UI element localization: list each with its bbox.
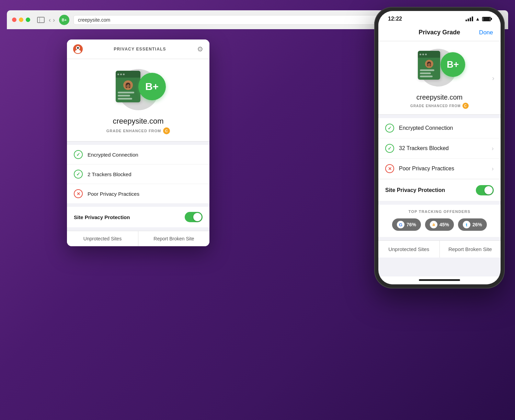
phone-items-section: Encrypted Connection 32 Trackers Blocked…: [378, 118, 501, 201]
browser-popup: PRIVACY ESSENTIALS ⚙ 👩🏾 B+ creepysite.co…: [67, 39, 209, 246]
nav-arrows: ‹ ›: [49, 17, 55, 23]
phone-frame: 12:22 ▲ Privacy Grade Done: [374, 7, 505, 288]
x-privacy-icon: [74, 189, 83, 198]
protection-toggle[interactable]: [185, 212, 203, 222]
grade-illustration: 👩🏾 B+: [111, 67, 166, 112]
phone-unprotected-sites-button[interactable]: Unprotected Sites: [378, 241, 440, 258]
phone-protection-label: Site Privacy Protection: [385, 187, 445, 193]
phone-nav-title: Privacy Grade: [419, 29, 460, 36]
phone-grade-illustration: 👩🏾 B+: [414, 48, 465, 89]
privacy-chevron-icon: ›: [492, 165, 494, 172]
phone-trackers-section: TOP TRACKING OFFENDERS G 76% a 45% t 26%: [378, 205, 501, 237]
tracker-twitter[interactable]: t 26%: [458, 218, 487, 231]
phone-status-icons: ▲: [466, 16, 491, 22]
phone-protection-toggle[interactable]: [476, 185, 494, 195]
wifi-icon: ▲: [475, 16, 480, 22]
close-button[interactable]: [12, 18, 16, 22]
webpage-avatar-icon: 👩🏾: [123, 80, 133, 90]
phone-item-privacy[interactable]: Poor Privacy Practices ›: [378, 159, 501, 179]
phone-footer: Unprotected Sites Report Broken Site: [378, 240, 501, 258]
twitter-tracker-pct: 26%: [472, 222, 482, 227]
popup-item-privacy: Poor Privacy Practices: [67, 184, 209, 203]
signal-bars-icon: [466, 16, 473, 21]
check-trackers-icon: [74, 170, 83, 179]
phone-grade-enhanced: GRADE ENHANCED FROM C: [410, 103, 469, 109]
phone-status-bar: 12:22 ▲: [378, 11, 501, 24]
phone-item-encrypted: Encrypted Connection: [378, 118, 501, 138]
settings-icon[interactable]: ⚙: [197, 45, 203, 53]
phone-grade-original-badge: C: [462, 103, 469, 109]
phone-privacy-label: Poor Privacy Practices: [399, 166, 487, 172]
ddg-logo-icon: [73, 44, 83, 54]
popup-header: PRIVACY ESSENTIALS ⚙: [67, 39, 209, 59]
popup-protection-label: Site Privacy Protection: [74, 214, 130, 220]
back-button[interactable]: ‹: [49, 17, 51, 23]
popup-footer: Unprotected Sites Report Broken Site: [67, 231, 209, 246]
phone-grade-badge: B+: [440, 52, 465, 77]
popup-encrypted-label: Encrypted Connection: [88, 152, 138, 158]
ddg-grade-badge[interactable]: B+: [59, 15, 69, 25]
phone-content: 👩🏾 B+ creepysite.com GRADE ENHANCED FROM…: [378, 41, 501, 276]
trackers-heading: TOP TRACKING OFFENDERS: [385, 209, 494, 214]
phone-check-encrypted-icon: [385, 124, 394, 133]
phone-site-name: creepysite.com: [416, 93, 463, 101]
popup-title: PRIVACY ESSENTIALS: [114, 47, 166, 52]
home-indicator: [419, 279, 460, 281]
svg-point-2: [77, 47, 79, 49]
phone-webpage-lines: [418, 69, 440, 77]
tracker-google[interactable]: G 76%: [392, 218, 421, 231]
phone-protection-row: Site Privacy Protection: [378, 179, 501, 201]
trackers-row: G 76% a 45% t 26%: [385, 218, 494, 231]
phone-home-bar: [378, 276, 501, 284]
webpage-lines: [116, 92, 140, 100]
maximize-button[interactable]: [26, 18, 30, 22]
popup-trackers-label: 2 Trackers Blocked: [88, 171, 131, 177]
phone-trackers-label: 32 Trackers Blocked: [399, 145, 487, 151]
phone-report-broken-button[interactable]: Report Broken Site: [440, 241, 501, 258]
phone-webpage-card: 👩🏾: [418, 51, 440, 80]
battery-icon: [482, 17, 491, 21]
phone-check-trackers-icon: [385, 144, 394, 153]
phone-grade-section[interactable]: 👩🏾 B+ creepysite.com GRADE ENHANCED FROM…: [378, 41, 501, 115]
popup-item-trackers: 2 Trackers Blocked: [67, 164, 209, 184]
popup-grade-section: 👩🏾 B+ creepysite.com GRADE ENHANCED FROM…: [67, 59, 209, 141]
popup-grade-enhanced: GRADE ENHANCED FROM C: [106, 127, 170, 134]
phone-screen: 12:22 ▲ Privacy Grade Done: [378, 11, 501, 284]
phone-time: 12:22: [388, 16, 402, 22]
phone-done-button[interactable]: Done: [479, 29, 493, 36]
popup-privacy-label: Poor Privacy Practices: [88, 191, 139, 197]
phone-nav-bar: Privacy Grade Done: [378, 24, 501, 41]
unprotected-sites-button[interactable]: Unprotected Sites: [67, 231, 138, 246]
forward-button[interactable]: ›: [53, 17, 55, 23]
amazon-tracker-pct: 45%: [439, 222, 449, 227]
twitter-tracker-icon: t: [463, 221, 470, 228]
phone-item-trackers[interactable]: 32 Trackers Blocked ›: [378, 138, 501, 159]
popup-items: Encrypted Connection 2 Trackers Blocked …: [67, 145, 209, 203]
grade-chevron-right-icon: ›: [492, 74, 494, 82]
minimize-button[interactable]: [19, 18, 23, 22]
tracker-amazon[interactable]: a 45%: [425, 218, 454, 231]
popup-site-name: creepysite.com: [113, 117, 164, 126]
phone-webpage-avatar-icon: 👩🏾: [425, 60, 433, 68]
amazon-tracker-icon: a: [430, 221, 437, 228]
grade-original-badge: C: [163, 127, 170, 134]
report-broken-site-button[interactable]: Report Broken Site: [138, 231, 209, 246]
check-encrypted-icon: [74, 150, 83, 159]
svg-point-3: [75, 50, 81, 53]
trackers-chevron-icon: ›: [492, 145, 494, 152]
grade-badge[interactable]: B+: [138, 73, 166, 100]
sidebar-toggle-icon[interactable]: [37, 17, 45, 23]
google-tracker-pct: 76%: [407, 222, 416, 227]
phone-webpage-header: [418, 51, 440, 58]
traffic-lights: [12, 18, 30, 22]
phone-x-privacy-icon: [385, 164, 394, 173]
google-tracker-icon: G: [397, 221, 404, 228]
popup-item-encrypted: Encrypted Connection: [67, 145, 209, 164]
webpage-card: 👩🏾: [116, 71, 140, 102]
webpage-card-header: [116, 71, 140, 78]
popup-protection-row: Site Privacy Protection: [67, 207, 209, 227]
phone-encrypted-label: Encrypted Connection: [399, 125, 494, 131]
